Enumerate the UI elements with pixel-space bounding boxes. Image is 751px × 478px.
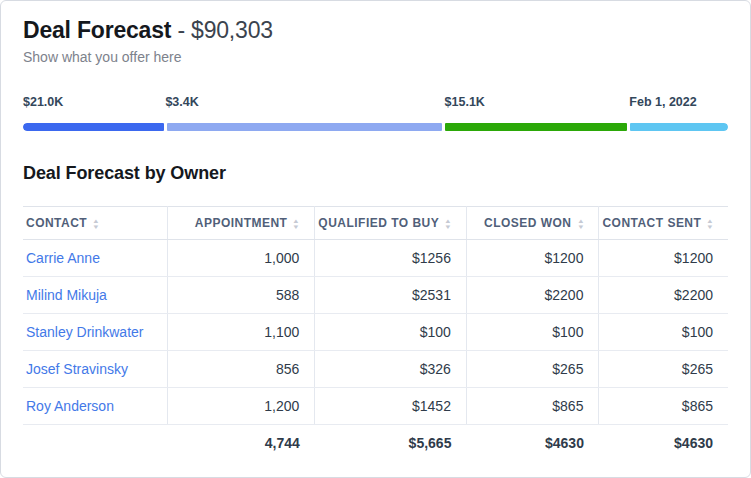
closed-won-value: $865 xyxy=(466,388,599,425)
column-header-contact-sent[interactable]: CONTACT SENT▲▼ xyxy=(599,207,728,240)
table-row: Milind Mikuja 588 $2531 $2200 $2200 xyxy=(23,277,728,314)
progress-label: Feb 1, 2022 xyxy=(629,95,696,109)
contact-sent-value: $265 xyxy=(599,351,728,388)
column-header-contact[interactable]: CONTACT▲▼ xyxy=(23,207,168,240)
column-header-appointment[interactable]: APPOINTMENT▲▼ xyxy=(168,207,315,240)
qualified-value: $2531 xyxy=(315,277,467,314)
page-title-main: Deal Forecast xyxy=(23,17,171,43)
totals-empty-cell xyxy=(23,425,168,462)
contact-link[interactable]: Stanley Drinkwater xyxy=(23,314,168,351)
deal-stage-progress: $21.0K $3.4K $15.1K Feb 1, 2022 xyxy=(23,95,728,137)
deal-forecast-card: Deal Forecast - $90,303 Show what you of… xyxy=(0,0,751,478)
page-title-amount: - $90,303 xyxy=(171,17,273,43)
deal-forecast-table: CONTACT▲▼ APPOINTMENT▲▼ QUALIFIED TO BUY… xyxy=(23,206,728,462)
appointment-total: 4,744 xyxy=(168,425,315,462)
contact-link[interactable]: Milind Mikuja xyxy=(23,277,168,314)
appointment-value: 1,200 xyxy=(168,388,315,425)
contact-sent-value: $1200 xyxy=(599,240,728,277)
contact-link[interactable]: Carrie Anne xyxy=(23,240,168,277)
sort-icon[interactable]: ▲▼ xyxy=(445,218,451,230)
progress-segment[interactable] xyxy=(23,123,164,131)
column-header-closed-won[interactable]: CLOSED WON▲▼ xyxy=(466,207,599,240)
table-row: Josef Stravinsky 856 $326 $265 $265 xyxy=(23,351,728,388)
contact-link[interactable]: Josef Stravinsky xyxy=(23,351,168,388)
contact-sent-value: $865 xyxy=(599,388,728,425)
table-header-row: CONTACT▲▼ APPOINTMENT▲▼ QUALIFIED TO BUY… xyxy=(23,207,728,240)
closed-won-value: $265 xyxy=(466,351,599,388)
progress-segment[interactable] xyxy=(445,123,627,131)
sort-icon[interactable]: ▲▼ xyxy=(578,218,584,230)
closed-won-value: $1200 xyxy=(466,240,599,277)
qualified-value: $100 xyxy=(315,314,467,351)
table-row: Roy Anderson 1,200 $1452 $865 $865 xyxy=(23,388,728,425)
qualified-value: $1452 xyxy=(315,388,467,425)
column-label: CLOSED WON xyxy=(484,216,571,230)
closed-won-value: $2200 xyxy=(466,277,599,314)
column-label: CONTACT xyxy=(26,216,87,230)
appointment-value: 588 xyxy=(168,277,315,314)
column-label: QUALIFIED TO BUY xyxy=(318,216,439,230)
column-label: CONTACT SENT xyxy=(602,216,701,230)
progress-segment[interactable] xyxy=(167,123,442,131)
contact-sent-value: $100 xyxy=(599,314,728,351)
closed-won-total: $4630 xyxy=(466,425,599,462)
table-totals-row: 4,744 $5,665 $4630 $4630 xyxy=(23,425,728,462)
page-title: Deal Forecast - $90,303 xyxy=(23,15,728,45)
sort-icon[interactable]: ▲▼ xyxy=(707,218,713,230)
table-row: Carrie Anne 1,000 $1256 $1200 $1200 xyxy=(23,240,728,277)
appointment-value: 1,100 xyxy=(168,314,315,351)
contact-sent-value: $2200 xyxy=(599,277,728,314)
progress-label: $21.0K xyxy=(23,95,63,109)
progress-bar xyxy=(23,123,728,131)
sort-icon[interactable]: ▲▼ xyxy=(293,218,299,230)
page-subtitle: Show what you offer here xyxy=(23,49,728,65)
qualified-value: $1256 xyxy=(315,240,467,277)
closed-won-value: $100 xyxy=(466,314,599,351)
progress-label: $3.4K xyxy=(165,95,198,109)
column-header-qualified-to-buy[interactable]: QUALIFIED TO BUY▲▼ xyxy=(315,207,467,240)
qualified-total: $5,665 xyxy=(315,425,467,462)
contact-link[interactable]: Roy Anderson xyxy=(23,388,168,425)
table-row: Stanley Drinkwater 1,100 $100 $100 $100 xyxy=(23,314,728,351)
progress-segment[interactable] xyxy=(630,123,728,131)
appointment-value: 1,000 xyxy=(168,240,315,277)
progress-labels: $21.0K $3.4K $15.1K Feb 1, 2022 xyxy=(23,95,728,111)
table-section-title: Deal Forecast by Owner xyxy=(23,163,728,184)
qualified-value: $326 xyxy=(315,351,467,388)
appointment-value: 856 xyxy=(168,351,315,388)
sort-icon[interactable]: ▲▼ xyxy=(93,218,99,230)
contact-sent-total: $4630 xyxy=(599,425,728,462)
progress-label: $15.1K xyxy=(445,95,485,109)
column-label: APPOINTMENT xyxy=(195,216,288,230)
